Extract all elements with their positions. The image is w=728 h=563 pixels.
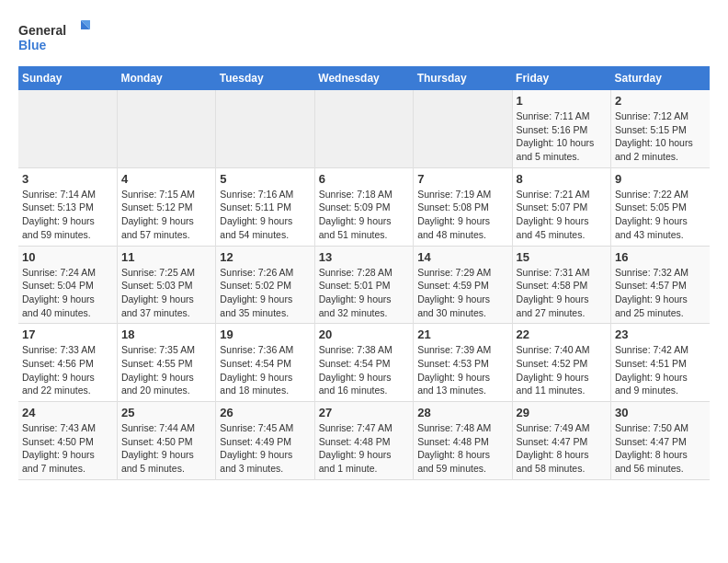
calendar-cell: 7Sunrise: 7:19 AMSunset: 5:08 PMDaylight… (414, 167, 512, 246)
calendar-cell: 9Sunrise: 7:22 AMSunset: 5:05 PMDaylight… (611, 167, 710, 246)
day-number: 26 (220, 406, 310, 419)
calendar-cell (18, 90, 117, 167)
day-number: 22 (517, 327, 607, 341)
day-number: 6 (319, 172, 409, 186)
day-info: Sunrise: 7:44 AMSunset: 4:50 PMDaylight:… (121, 421, 211, 476)
day-number: 20 (319, 327, 409, 341)
day-number: 15 (517, 250, 607, 264)
calendar-cell (216, 90, 314, 167)
svg-text:General: General (18, 23, 66, 38)
logo-svg: General Blue (18, 18, 92, 57)
calendar-cell: 25Sunrise: 7:44 AMSunset: 4:50 PMDayligh… (117, 402, 215, 480)
day-info: Sunrise: 7:35 AMSunset: 4:55 PMDaylight:… (121, 343, 211, 397)
day-info: Sunrise: 7:18 AMSunset: 5:09 PMDaylight:… (319, 188, 409, 242)
day-number: 28 (417, 406, 507, 419)
header-tuesday: Tuesday (216, 66, 314, 90)
calendar-cell: 27Sunrise: 7:47 AMSunset: 4:48 PMDayligh… (314, 402, 413, 480)
day-number: 12 (220, 250, 310, 264)
calendar-cell (414, 90, 512, 167)
calendar-cell: 5Sunrise: 7:16 AMSunset: 5:11 PMDaylight… (216, 167, 314, 246)
calendar-cell: 30Sunrise: 7:50 AMSunset: 4:47 PMDayligh… (611, 402, 710, 480)
day-number: 21 (417, 327, 507, 341)
calendar-cell: 6Sunrise: 7:18 AMSunset: 5:09 PMDaylight… (314, 167, 413, 246)
day-number: 9 (615, 172, 706, 186)
day-info: Sunrise: 7:38 AMSunset: 4:54 PMDaylight:… (319, 343, 409, 397)
day-info: Sunrise: 7:33 AMSunset: 4:56 PMDaylight:… (22, 343, 113, 397)
day-number: 1 (517, 94, 607, 108)
day-number: 14 (417, 250, 507, 264)
calendar-cell: 14Sunrise: 7:29 AMSunset: 4:59 PMDayligh… (414, 246, 512, 324)
calendar-cell: 21Sunrise: 7:39 AMSunset: 4:53 PMDayligh… (414, 324, 512, 402)
day-number: 24 (22, 406, 113, 419)
day-info: Sunrise: 7:48 AMSunset: 4:48 PMDaylight:… (417, 421, 507, 476)
week-row-2: 10Sunrise: 7:24 AMSunset: 5:04 PMDayligh… (18, 246, 710, 324)
calendar-cell: 29Sunrise: 7:49 AMSunset: 4:47 PMDayligh… (512, 402, 610, 480)
calendar-cell: 22Sunrise: 7:40 AMSunset: 4:52 PMDayligh… (512, 324, 610, 402)
day-info: Sunrise: 7:40 AMSunset: 4:52 PMDaylight:… (517, 343, 607, 397)
header-saturday: Saturday (611, 66, 710, 90)
day-number: 11 (121, 250, 211, 264)
day-info: Sunrise: 7:26 AMSunset: 5:02 PMDaylight:… (220, 266, 310, 320)
header: General Blue (18, 18, 710, 57)
day-info: Sunrise: 7:12 AMSunset: 5:15 PMDaylight:… (615, 109, 706, 164)
header-monday: Monday (117, 66, 215, 90)
header-wednesday: Wednesday (314, 66, 413, 90)
day-number: 25 (121, 406, 211, 419)
day-number: 17 (22, 327, 113, 341)
calendar-cell: 13Sunrise: 7:28 AMSunset: 5:01 PMDayligh… (314, 246, 413, 324)
day-number: 10 (22, 250, 113, 264)
day-number: 23 (615, 327, 706, 341)
calendar-cell: 23Sunrise: 7:42 AMSunset: 4:51 PMDayligh… (611, 324, 710, 402)
day-info: Sunrise: 7:15 AMSunset: 5:12 PMDaylight:… (121, 188, 211, 242)
calendar-cell: 24Sunrise: 7:43 AMSunset: 4:50 PMDayligh… (18, 402, 117, 480)
week-row-4: 24Sunrise: 7:43 AMSunset: 4:50 PMDayligh… (18, 402, 710, 480)
svg-text:Blue: Blue (18, 38, 47, 52)
calendar-cell: 2Sunrise: 7:12 AMSunset: 5:15 PMDaylight… (611, 90, 710, 167)
day-info: Sunrise: 7:36 AMSunset: 4:54 PMDaylight:… (220, 343, 310, 397)
calendar-cell: 15Sunrise: 7:31 AMSunset: 4:58 PMDayligh… (512, 246, 610, 324)
day-info: Sunrise: 7:19 AMSunset: 5:08 PMDaylight:… (417, 188, 507, 242)
header-thursday: Thursday (414, 66, 512, 90)
week-row-1: 3Sunrise: 7:14 AMSunset: 5:13 PMDaylight… (18, 167, 710, 246)
week-row-3: 17Sunrise: 7:33 AMSunset: 4:56 PMDayligh… (18, 324, 710, 402)
week-row-0: 1Sunrise: 7:11 AMSunset: 5:16 PMDaylight… (18, 90, 710, 167)
logo: General Blue (18, 18, 92, 57)
day-info: Sunrise: 7:32 AMSunset: 4:57 PMDaylight:… (615, 266, 706, 320)
day-number: 4 (121, 172, 211, 186)
day-info: Sunrise: 7:29 AMSunset: 4:59 PMDaylight:… (417, 266, 507, 320)
calendar-cell: 8Sunrise: 7:21 AMSunset: 5:07 PMDaylight… (512, 167, 610, 246)
day-info: Sunrise: 7:45 AMSunset: 4:49 PMDaylight:… (220, 421, 310, 476)
day-number: 19 (220, 327, 310, 341)
day-number: 29 (517, 406, 607, 419)
calendar-cell: 16Sunrise: 7:32 AMSunset: 4:57 PMDayligh… (611, 246, 710, 324)
calendar-cell: 11Sunrise: 7:25 AMSunset: 5:03 PMDayligh… (117, 246, 215, 324)
day-info: Sunrise: 7:22 AMSunset: 5:05 PMDaylight:… (615, 188, 706, 242)
calendar-cell: 19Sunrise: 7:36 AMSunset: 4:54 PMDayligh… (216, 324, 314, 402)
day-info: Sunrise: 7:42 AMSunset: 4:51 PMDaylight:… (615, 343, 706, 397)
calendar-table: SundayMondayTuesdayWednesdayThursdayFrid… (18, 66, 710, 480)
calendar-header-row: SundayMondayTuesdayWednesdayThursdayFrid… (18, 66, 710, 90)
header-sunday: Sunday (18, 66, 117, 90)
day-number: 13 (319, 250, 409, 264)
day-number: 18 (121, 327, 211, 341)
day-info: Sunrise: 7:31 AMSunset: 4:58 PMDaylight:… (517, 266, 607, 320)
calendar-cell (314, 90, 413, 167)
calendar-cell: 4Sunrise: 7:15 AMSunset: 5:12 PMDaylight… (117, 167, 215, 246)
day-number: 8 (517, 172, 607, 186)
day-number: 7 (417, 172, 507, 186)
calendar-cell: 12Sunrise: 7:26 AMSunset: 5:02 PMDayligh… (216, 246, 314, 324)
calendar-cell: 28Sunrise: 7:48 AMSunset: 4:48 PMDayligh… (414, 402, 512, 480)
calendar-cell: 3Sunrise: 7:14 AMSunset: 5:13 PMDaylight… (18, 167, 117, 246)
day-number: 30 (615, 406, 706, 419)
calendar-cell: 18Sunrise: 7:35 AMSunset: 4:55 PMDayligh… (117, 324, 215, 402)
day-info: Sunrise: 7:47 AMSunset: 4:48 PMDaylight:… (319, 421, 409, 476)
calendar-cell: 10Sunrise: 7:24 AMSunset: 5:04 PMDayligh… (18, 246, 117, 324)
calendar-cell (117, 90, 215, 167)
day-info: Sunrise: 7:43 AMSunset: 4:50 PMDaylight:… (22, 421, 113, 476)
day-number: 16 (615, 250, 706, 264)
header-friday: Friday (512, 66, 610, 90)
day-info: Sunrise: 7:21 AMSunset: 5:07 PMDaylight:… (517, 188, 607, 242)
calendar-cell: 26Sunrise: 7:45 AMSunset: 4:49 PMDayligh… (216, 402, 314, 480)
day-info: Sunrise: 7:39 AMSunset: 4:53 PMDaylight:… (417, 343, 507, 397)
day-number: 27 (319, 406, 409, 419)
